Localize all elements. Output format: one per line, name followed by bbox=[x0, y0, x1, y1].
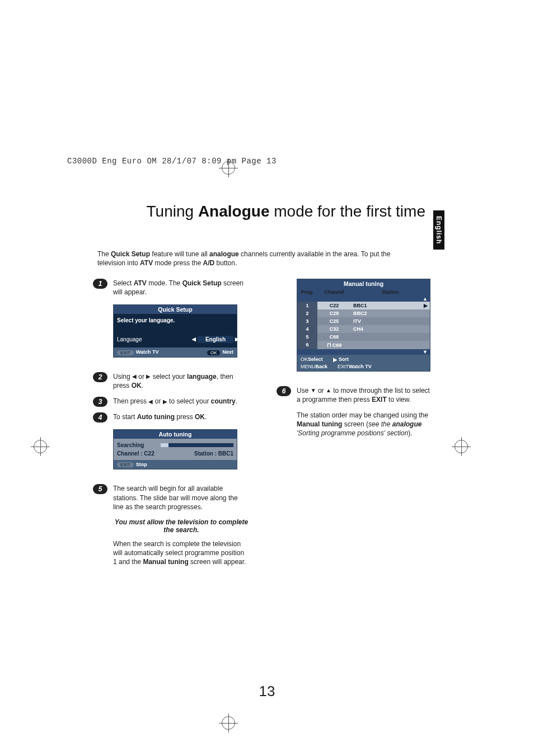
ok-pill: OK bbox=[301, 356, 308, 362]
page-title: Tuning Analogue mode for the first time bbox=[95, 203, 425, 220]
down-arrow-icon: ▼ bbox=[311, 388, 316, 393]
progress-bar bbox=[161, 443, 233, 447]
step-3: 3 Then press ◀ or ▶ to select your count… bbox=[93, 397, 250, 406]
step-6: 6 Use ▼ or ▲ to move through the list to… bbox=[277, 386, 430, 438]
step-number-4: 4 bbox=[93, 412, 107, 422]
osd-manual-tuning: Manual tuning Prog. Channel Station ▲ 1C… bbox=[297, 279, 430, 372]
osd-quick-setup: Quick Setup Select your language. Langua… bbox=[113, 304, 237, 357]
up-arrow-icon: ▲ bbox=[326, 388, 331, 393]
table-row: 1C22BBC1▶ bbox=[297, 302, 430, 309]
osd-auto-title: Auto tuning bbox=[114, 430, 237, 439]
ok-pill: OK bbox=[207, 350, 221, 355]
table-row: 6⊓C69 bbox=[297, 341, 430, 349]
menu-pill: MENU bbox=[301, 364, 316, 369]
exit-pill: EXIT bbox=[117, 350, 134, 355]
down-arrow-icon: ▼ bbox=[423, 349, 428, 355]
mt-head-channel: Channel bbox=[317, 288, 351, 296]
step-2: 2 Using ◀ or ▶ select your language, the… bbox=[93, 372, 250, 390]
table-row: 5C68 bbox=[297, 333, 430, 341]
table-row: 4C32CH4 bbox=[297, 325, 430, 333]
right-arrow-icon: ▶ bbox=[163, 399, 167, 405]
page-number: 13 bbox=[0, 683, 534, 700]
step-5: 5 The search will begin for all availabl… bbox=[93, 484, 250, 566]
osd-qs-lang-label: Language bbox=[117, 336, 142, 342]
mt-head-station: Station bbox=[351, 288, 430, 296]
osd-auto-tuning: Auto tuning Searching Channel : C22 Stat… bbox=[113, 429, 237, 469]
title-bold: Analogue bbox=[198, 203, 270, 220]
right-arrow-icon: ▶ bbox=[235, 337, 239, 342]
osd-qs-prompt: Select your language. bbox=[117, 317, 233, 323]
step-number-3: 3 bbox=[93, 397, 107, 407]
step5-p1: The search will begin for all available … bbox=[113, 484, 250, 511]
language-tab: English bbox=[433, 210, 444, 250]
osd-qs-lang-value: ◀ English ▶ bbox=[198, 336, 233, 343]
step-number-2: 2 bbox=[93, 372, 107, 382]
osd-auto-searching: Searching bbox=[117, 442, 144, 448]
step-1: 1 Select ATV mode. The Quick Setup scree… bbox=[93, 279, 250, 358]
right-arrow-icon: ▶ bbox=[424, 303, 428, 308]
registration-mark-right bbox=[455, 440, 468, 453]
exit-pill: EXIT bbox=[338, 364, 349, 369]
registration-mark-bottom bbox=[222, 716, 235, 730]
step-number-6: 6 bbox=[277, 386, 291, 396]
intro-paragraph: The Quick Setup feature will tune all an… bbox=[97, 250, 400, 267]
mt-head-prog: Prog. bbox=[297, 288, 317, 296]
step-4: 4 To start Auto tuning press OK. Auto tu… bbox=[93, 412, 250, 469]
left-arrow-icon: ◀ bbox=[192, 337, 196, 342]
magnet-icon: ⊓ bbox=[327, 342, 331, 348]
right-arrow-icon: ▶ bbox=[333, 357, 338, 363]
step-number-1: 1 bbox=[93, 279, 107, 289]
table-row: 2C28BBC2 bbox=[297, 309, 430, 317]
title-post: mode for the first time bbox=[269, 203, 425, 220]
step-number-5: 5 bbox=[93, 484, 107, 494]
up-arrow-icon: ▲ bbox=[423, 296, 428, 302]
exit-pill: EXIT bbox=[117, 462, 134, 467]
step5-note: You must allow the television to complet… bbox=[113, 518, 250, 534]
registration-mark-left bbox=[34, 440, 47, 453]
print-header: C3000D Eng Euro OM 28/1/07 8:09 pm Page … bbox=[67, 157, 277, 166]
title-pre: Tuning bbox=[147, 203, 198, 220]
step5-p2: When the search is complete the televisi… bbox=[113, 539, 250, 567]
osd-qs-title: Quick Setup bbox=[114, 305, 237, 314]
table-row: 3C25ITV bbox=[297, 317, 430, 325]
left-arrow-icon: ◀ bbox=[132, 374, 137, 379]
osd-mt-title: Manual tuning bbox=[297, 279, 430, 288]
